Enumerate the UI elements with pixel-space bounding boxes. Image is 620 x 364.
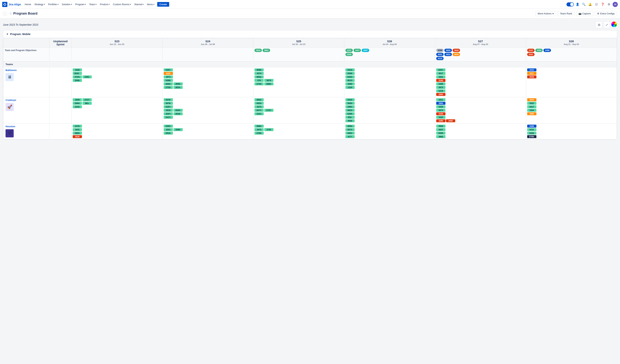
card-2626[interactable]: 2626✓ — [73, 72, 82, 75]
nav-strategy[interactable]: Strategy ▾ — [33, 2, 46, 6]
card-2551[interactable]: 2551 — [164, 128, 173, 131]
objective-badge-3601[interactable]: 3600 — [453, 49, 460, 52]
grid-view-button[interactable]: ⊞ — [596, 21, 602, 28]
card-2815[interactable]: 2815‹ — [173, 86, 183, 89]
objective-badge-1247[interactable]: 1247 — [527, 49, 535, 52]
card-5426h[interactable]: 5426 — [527, 132, 536, 135]
card-2882[interactable]: 2882› — [264, 82, 274, 85]
card-4023[interactable]: 4023‹ — [345, 109, 355, 112]
card-2899[interactable]: 2899 — [527, 112, 536, 115]
card-3292[interactable]: 3292 — [345, 82, 355, 85]
objective-badge-3498[interactable]: 3498 — [543, 49, 551, 52]
card-3420[interactable]: 3420 — [436, 116, 445, 119]
settings-icon[interactable]: ⚙ — [606, 2, 612, 7]
card-5388[interactable]: 5388‹ — [164, 79, 173, 82]
card-4273c[interactable]: 4273 — [254, 105, 264, 108]
card-3965h[interactable]: 3965 — [436, 135, 445, 138]
card-2885[interactable]: 2885 — [446, 119, 455, 122]
card-3978[interactable]: 3978‹ — [164, 102, 173, 105]
card-2734[interactable]: 2734‹ — [254, 82, 264, 85]
card-2675[interactable]: 2675 — [254, 128, 264, 131]
card-4209[interactable]: 4209 — [164, 72, 173, 75]
card-3965[interactable]: 3965 — [436, 102, 445, 105]
card-4052c[interactable]: 4052‹ — [254, 98, 264, 101]
nav-solution[interactable]: Solution ▾ — [60, 2, 73, 6]
card-5387[interactable]: 5387‹ — [164, 68, 173, 71]
nav-team[interactable]: Team ▾ — [88, 2, 98, 6]
card-3419c[interactable]: 3419‹ — [345, 98, 355, 101]
card-1636[interactable]: 1636 — [73, 68, 82, 71]
avatar[interactable]: JA — [613, 2, 618, 7]
card-4098[interactable]: 4098‹ — [254, 68, 264, 71]
capture-button[interactable]: 📷 Capture — [576, 11, 593, 16]
card-4177[interactable]: 4177 — [345, 135, 355, 138]
card-4056c[interactable]: 4056 — [345, 119, 355, 122]
card-3927[interactable]: 3927 — [436, 128, 445, 131]
card-3166-b[interactable]: 3166 — [436, 79, 445, 82]
theme-toggle[interactable] — [566, 2, 574, 6]
card-1243[interactable]: 1243› — [73, 105, 82, 108]
nav-starred[interactable]: Starred ▾ — [133, 2, 145, 6]
team-rank-button[interactable]: Team Rank — [558, 11, 575, 16]
user-icon[interactable]: 👤 — [575, 2, 580, 7]
objective-badge-3603[interactable]: 3603 — [444, 53, 452, 56]
card-2509[interactable]: 2509 — [73, 98, 82, 101]
extra-configs-button[interactable]: ⚙ Extra Configs — [595, 11, 617, 16]
objective-badge-3801[interactable]: 3801 — [263, 49, 270, 52]
card-4208c[interactable]: 4208‹ — [345, 112, 355, 115]
card-832[interactable]: 832‹ — [345, 116, 355, 119]
card-5426-b[interactable]: 5426 — [436, 82, 445, 85]
card-2735[interactable]: 2735 — [264, 128, 274, 131]
card-4208-b[interactable]: 4208‹ — [345, 72, 355, 75]
expand-view-button[interactable]: ⤢ — [603, 21, 610, 28]
card-3431[interactable]: 3431 — [73, 128, 82, 131]
card-2724[interactable]: 2724‹ — [73, 76, 82, 78]
card-2819[interactable]: 2819‹ — [173, 112, 183, 115]
card-2758[interactable]: 2758‹ — [527, 135, 536, 138]
card-3973-b[interactable]: 3973 — [436, 86, 445, 89]
objective-badge-3594[interactable]: 3594 — [254, 49, 262, 52]
card-3526[interactable]: 3526‹ — [345, 102, 355, 105]
card-2595[interactable]: 2595‹ — [173, 128, 183, 131]
card-4017[interactable]: 4017 — [436, 72, 445, 75]
card-2938[interactable]: 2938 — [527, 76, 536, 78]
color-picker-button[interactable] — [611, 21, 617, 27]
card-4379[interactable]: 4379‹ — [164, 98, 173, 101]
card-3422-b[interactable]: 3422 — [527, 68, 536, 71]
team-name-baltimore[interactable]: Baltimore — [5, 69, 47, 72]
card-5431[interactable]: 5431 — [527, 128, 536, 131]
objective-badge-3493[interactable]: 3493 — [535, 49, 543, 52]
card-1983[interactable]: 1983‹ — [345, 105, 355, 108]
card-2677[interactable]: 2677‹ — [254, 109, 264, 112]
card-1554[interactable]: 1554 — [527, 109, 536, 112]
card-3417[interactable]: 3417 — [527, 105, 536, 108]
nav-program[interactable]: Program ▾ — [74, 2, 88, 6]
card-1080[interactable]: 1080 — [436, 119, 445, 122]
create-button[interactable]: Create — [157, 2, 169, 7]
card-4207[interactable]: 4207‹ — [436, 68, 445, 71]
objective-badge-3604[interactable]: 3604 — [453, 53, 460, 56]
card-3317[interactable]: 3317 — [527, 72, 536, 75]
objective-badge-1327[interactable]: 1327 — [345, 49, 353, 52]
more-actions-button[interactable]: More Actions ▾ — [535, 11, 556, 16]
card-2481[interactable]: 2481‹ — [82, 76, 92, 78]
objective-badge-3599[interactable]: 3599 — [436, 49, 444, 52]
objective-badge-3600[interactable]: 3600 — [444, 49, 452, 52]
card-881[interactable]: 881› — [82, 102, 92, 105]
app-logo[interactable]: Jira Align — [2, 2, 21, 7]
nav-portfolio[interactable]: Portfolio ▾ — [47, 2, 60, 6]
card-3890[interactable]: 3890‹ — [73, 132, 82, 135]
card-4187[interactable]: 4187‹ — [164, 105, 173, 108]
objective-badge-3502[interactable]: 3502 — [527, 53, 535, 56]
card-2674[interactable]: 2674 — [264, 79, 274, 82]
card-3421-b[interactable]: 3421 — [436, 76, 445, 78]
card-4302[interactable]: 4302‹ — [345, 132, 355, 135]
card-2626h[interactable]: 2626 — [73, 135, 82, 138]
card-4353[interactable]: 4353‹ — [254, 102, 264, 105]
card-3489[interactable]: 3489 — [527, 125, 536, 128]
notifications-icon[interactable]: 🔔 — [588, 2, 593, 7]
objective-badge-3597[interactable]: 3597 — [362, 49, 369, 52]
help-icon[interactable]: ❓ — [600, 2, 605, 7]
card-3960[interactable]: 3960‹ — [254, 125, 264, 128]
card-3928[interactable]: 3928 — [436, 125, 445, 128]
